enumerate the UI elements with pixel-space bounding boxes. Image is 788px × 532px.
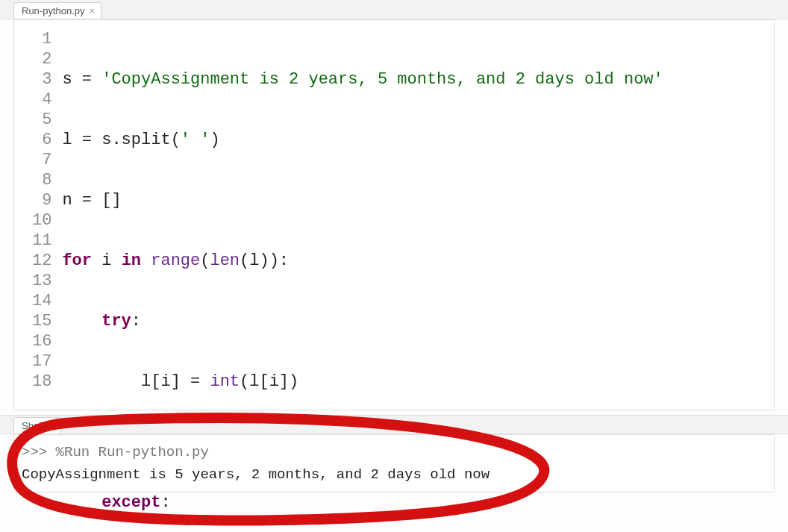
editor-tab[interactable]: Run-python.py × [13, 2, 101, 19]
shell-prompt: >>> [22, 444, 56, 460]
code-editor[interactable]: 1 2 3 4 5 6 7 8 9 10 11 12 13 14 15 16 1… [13, 19, 775, 410]
editor-tab-label: Run-python.py [22, 5, 85, 16]
editor-tab-bar: Run-python.py × [0, 0, 788, 19]
shell-panel[interactable]: >>> %Run Run-python.py CopyAssignment is… [13, 434, 775, 492]
shell-output: CopyAssignment is 5 years, 2 months, and… [22, 463, 766, 486]
shell-command-line: >>> %Run Run-python.py [22, 441, 766, 463]
shell-command: %Run Run-python.py [56, 444, 209, 460]
close-icon[interactable]: × [90, 6, 96, 16]
